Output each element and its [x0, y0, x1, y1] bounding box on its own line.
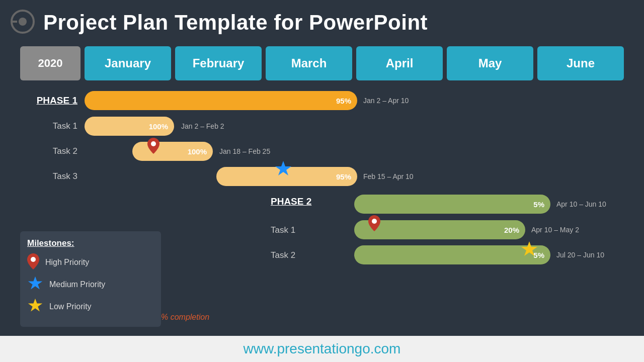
footer-url: www.presentationgo.com — [244, 341, 401, 357]
phase2-task1-label: Task 1 — [271, 225, 295, 235]
phase2-task2-bar: 5% — [354, 245, 550, 264]
phase1-pct: 95% — [336, 97, 351, 105]
month-january: January — [85, 46, 171, 80]
month-march: March — [266, 46, 352, 80]
medium-priority-label: Medium Priority — [49, 280, 105, 289]
year-badge: 2020 — [20, 46, 80, 80]
phase1-task2-dates: Jan 18 – Feb 25 — [219, 147, 270, 155]
footer-brand: presentationgo — [277, 341, 370, 356]
high-priority-icon — [27, 253, 39, 272]
phase2-label: PHASE 2 — [271, 196, 311, 207]
low-priority-label: Low Priority — [49, 302, 92, 311]
phase1-task2-pct: 100% — [188, 147, 207, 156]
month-june: June — [537, 46, 624, 80]
svg-marker-8 — [28, 277, 42, 290]
phase2-task1-bar: 20% — [354, 220, 525, 239]
task3-milestone-star — [274, 160, 292, 180]
page-title: Project Plan Template for PowerPoint — [43, 11, 428, 35]
footer: www.presentationgo.com — [0, 336, 644, 362]
svg-point-5 — [372, 219, 377, 224]
high-priority-label: High Priority — [45, 258, 89, 267]
completion-label: % completion — [161, 313, 209, 322]
phase1-task1-pct: 100% — [149, 122, 168, 131]
legend-item-high: High Priority — [27, 253, 152, 272]
svg-point-1 — [19, 18, 27, 26]
phase1-task3-pct: 95% — [336, 172, 351, 181]
phase1-label: PHASE 1 — [0, 95, 85, 106]
phase2-task1-dates: Apr 10 – May 2 — [531, 226, 579, 234]
task22-milestone-star — [520, 240, 538, 260]
phase2-pct: 5% — [533, 200, 544, 209]
month-row: 2020 January February March April May Ju… — [20, 46, 624, 80]
phase1-task3-bar: 95% — [216, 167, 357, 186]
phase2-task1-pct: 20% — [504, 226, 519, 234]
phase2-task2-dates: Jul 20 – Jun 10 — [556, 251, 604, 259]
legend-item-medium: Medium Priority — [27, 276, 152, 294]
legend-title: Milestones: — [27, 238, 152, 248]
phase1-task2-bar: 100% — [132, 142, 213, 161]
header: Project Plan Template for PowerPoint — [0, 0, 644, 41]
phase1-task3-label: Task 3 — [0, 171, 85, 182]
phase1-dates: Jan 2 – Apr 10 — [363, 97, 409, 105]
task21-milestone-pin — [368, 215, 380, 233]
phase1-bar: 95% — [85, 91, 357, 110]
task2-milestone-pin — [147, 138, 159, 157]
phase2-bar: 5% — [354, 195, 550, 214]
month-may: May — [447, 46, 533, 80]
header-icon — [10, 9, 35, 36]
svg-marker-6 — [521, 241, 537, 256]
phase1-task3-dates: Feb 15 – Apr 10 — [363, 172, 414, 180]
svg-point-7 — [31, 257, 36, 262]
phase1-task1-dates: Jan 2 – Feb 2 — [181, 122, 224, 130]
svg-marker-4 — [275, 161, 291, 175]
phase1-task1-bar: 100% — [85, 117, 174, 136]
footer-prefix: www. — [244, 341, 277, 356]
medium-priority-icon — [27, 276, 43, 294]
month-april: April — [356, 46, 443, 80]
low-priority-icon — [27, 298, 43, 316]
phase1-task2-label: Task 2 — [0, 146, 85, 156]
footer-suffix: .com — [370, 341, 401, 356]
phase1-task1-label: Task 1 — [0, 121, 85, 131]
legend-item-low: Low Priority — [27, 298, 152, 316]
phase2-dates: Apr 10 – Jun 10 — [556, 200, 606, 208]
phase2-task2-label: Task 2 — [271, 250, 295, 260]
svg-point-3 — [151, 141, 156, 146]
legend-box: Milestones: High Priority Medium Priorit… — [20, 231, 161, 327]
svg-marker-9 — [28, 299, 42, 312]
month-february: February — [175, 46, 262, 80]
